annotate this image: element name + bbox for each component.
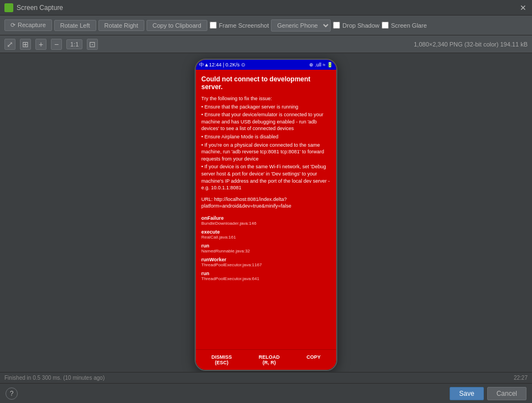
phone-screen: 中▲12:44 | 0.2K/s ⊙ ⊕ .ull ≈ 🔋 Could not …	[196, 60, 336, 370]
drop-shadow-checkbox[interactable]	[333, 22, 340, 29]
recapture-icon: ⟳	[11, 22, 15, 29]
save-button[interactable]: Save	[450, 387, 483, 400]
zoom-custom-button[interactable]: ⊡	[87, 39, 98, 50]
grid-button[interactable]: ⊞	[20, 39, 31, 50]
status-bar-bottom: Finished in 0.5 300 ms. (10 minutes ago)…	[0, 372, 532, 383]
stack-trace-onfailure: onFailure BundleDownloader.java:146	[201, 215, 331, 226]
toolbar2: ⤢ ⊞ + − 1:1 ⊡ 1,080×2,340 PNG (32-bit co…	[0, 35, 532, 53]
phone-status-bar: 中▲12:44 | 0.2K/s ⊙ ⊕ .ull ≈ 🔋	[196, 60, 336, 70]
recapture-button[interactable]: ⟳Recapture	[4, 19, 52, 31]
stack-trace-run2: run ThreadPoolExecutor.java:641	[201, 271, 331, 281]
dismiss-button[interactable]: DISMISS (ESC)	[211, 354, 232, 365]
error-title: Could not connect to development server.	[201, 75, 331, 91]
close-button[interactable]: ✕	[518, 2, 529, 13]
device-select[interactable]: Generic Phone Generic Phone Generic Tabl…	[271, 19, 331, 32]
toolbar: ⟳Recapture Rotate Left Rotate Right Copy…	[0, 16, 532, 35]
drop-shadow-label[interactable]: Drop Shadow	[333, 22, 379, 29]
rotate-left-button[interactable]: Rotate Left	[54, 20, 96, 31]
help-button[interactable]: ?	[6, 388, 18, 400]
zoom-level: 1:1	[66, 39, 82, 49]
zoom-fit-button[interactable]: ⤢	[4, 39, 15, 50]
error-url: URL: http://localhost:8081/index.delta?p…	[201, 196, 331, 210]
app-title: Screen Capture	[17, 4, 63, 12]
status-text: Finished in 0.5 300 ms. (10 minutes ago)	[4, 375, 105, 381]
rotate-right-button[interactable]: Rotate Right	[98, 20, 144, 31]
image-info: 1,080×2,340 PNG (32-bit color) 194.11 kB	[414, 41, 528, 48]
frame-screenshot-label[interactable]: Frame Screenshot	[210, 22, 269, 29]
cancel-button[interactable]: Cancel	[487, 387, 526, 400]
bottom-bar: ? Save Cancel	[0, 383, 532, 403]
stack-trace-runworker: runWorker ThreadPoolExecutor.java:1167	[201, 257, 331, 267]
phone-frame: 中▲12:44 | 0.2K/s ⊙ ⊕ .ull ≈ 🔋 Could not …	[195, 59, 337, 371]
status-time: 22:27	[514, 375, 528, 381]
reload-button[interactable]: RELOAD (R, R)	[259, 354, 280, 365]
phone-action-buttons: DISMISS (ESC) RELOAD (R, R) COPY	[196, 349, 336, 370]
bottom-actions: Save Cancel	[450, 387, 526, 400]
stack-trace-execute: execute RealCall.java:161	[201, 229, 331, 240]
zoom-in-button[interactable]: +	[35, 39, 46, 50]
screen-glare-checkbox[interactable]	[382, 22, 389, 29]
copy-to-clipboard-button[interactable]: Copy to Clipboard	[147, 20, 207, 31]
status-bar-left: 中▲12:44 | 0.2K/s ⊙	[199, 61, 246, 69]
status-bar-right: ⊕ .ull ≈ 🔋	[309, 62, 333, 68]
error-content: Could not connect to development server.…	[196, 70, 336, 349]
frame-screenshot-checkbox[interactable]	[210, 22, 217, 29]
copy-button[interactable]: COPY	[306, 354, 321, 365]
screen-glare-label[interactable]: Screen Glare	[382, 22, 427, 29]
app-icon	[4, 3, 13, 12]
title-bar: Screen Capture ✕	[0, 0, 532, 16]
stack-trace-run1: run NamedRunnable.java:32	[201, 243, 331, 254]
main-area: 中▲12:44 | 0.2K/s ⊙ ⊕ .ull ≈ 🔋 Could not …	[0, 53, 532, 383]
zoom-out-button[interactable]: −	[51, 39, 62, 50]
error-try-text: Try the following to fix the issue: • En…	[201, 95, 331, 192]
